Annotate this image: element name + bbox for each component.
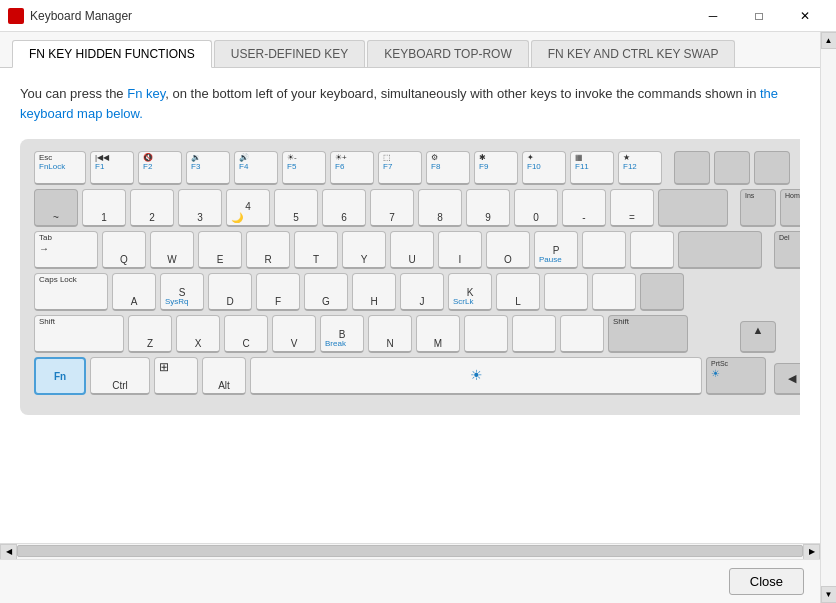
key-l: L <box>496 273 540 311</box>
key-4: 4 🌙 <box>226 189 270 227</box>
keyboard-wrapper: Esc FnLock |◀◀ F1 🔇 F2 🔉 <box>20 139 800 415</box>
title-bar-title: Keyboard Manager <box>30 9 690 23</box>
key-d: D <box>208 273 252 311</box>
key-f4: 🔊 F4 <box>234 151 278 185</box>
key-pause-top <box>754 151 790 185</box>
key-a: A <box>112 273 156 311</box>
key-1: 1 <box>82 189 126 227</box>
key-6: 6 <box>322 189 366 227</box>
key-shift-left: Shift <box>34 315 124 353</box>
key-alt: Alt <box>202 357 246 395</box>
title-bar: Keyboard Manager ─ □ ✕ <box>0 0 836 32</box>
key-f1: |◀◀ F1 <box>90 151 134 185</box>
key-w: W <box>150 231 194 269</box>
maximize-button[interactable]: □ <box>736 0 782 32</box>
bottom-row: Fn Ctrl ⊞ Alt ☀ PrtSc ☀ <box>34 357 800 395</box>
key-prtsc-fn: PrtSc ☀ <box>706 357 766 395</box>
key-f: F <box>256 273 300 311</box>
key-shift-right: Shift <box>608 315 688 353</box>
key-e: E <box>198 231 242 269</box>
scroll-track-v <box>821 49 836 586</box>
key-f11: ▦ F11 <box>570 151 614 185</box>
content-area: FN KEY HIDDEN FUNCTIONS USER-DEFINED KEY… <box>0 32 820 603</box>
vertical-scrollbar[interactable]: ▲ ▼ <box>820 32 836 603</box>
keyboard-map: Esc FnLock |◀◀ F1 🔇 F2 🔉 <box>20 139 800 415</box>
tab-user-defined[interactable]: USER-DEFINED KEY <box>214 40 365 67</box>
key-b: B Break <box>320 315 364 353</box>
scroll-left-button[interactable]: ◀ <box>0 544 17 560</box>
key-tab: Tab → <box>34 231 98 269</box>
scroll-right-button[interactable]: ▶ <box>803 544 820 560</box>
key-f9: ✱ F9 <box>474 151 518 185</box>
horizontal-scrollbar[interactable]: ◀ ▶ <box>0 543 820 559</box>
number-row: ~ 1 2 3 4 🌙 5 6 7 8 9 0 - <box>34 189 800 227</box>
key-ctrl-left: Ctrl <box>90 357 150 395</box>
scroll-track-h[interactable] <box>17 544 803 559</box>
main-area: FN KEY HIDDEN FUNCTIONS USER-DEFINED KEY… <box>0 32 836 603</box>
key-0: 0 <box>514 189 558 227</box>
tab-fn-hidden[interactable]: FN KEY HIDDEN FUNCTIONS <box>12 40 212 68</box>
key-enter <box>678 231 762 269</box>
key-f10: ✦ F10 <box>522 151 566 185</box>
key-i: I <box>438 231 482 269</box>
description-text: You can press the Fn key, on the bottom … <box>20 84 800 123</box>
key-comma <box>464 315 508 353</box>
key-period <box>512 315 556 353</box>
key-c: C <box>224 315 268 353</box>
key-u: U <box>390 231 434 269</box>
key-minus: - <box>562 189 606 227</box>
key-esc: Esc FnLock <box>34 151 86 185</box>
key-2: 2 <box>130 189 174 227</box>
key-n: N <box>368 315 412 353</box>
key-f3: 🔉 F3 <box>186 151 230 185</box>
key-ins: Ins <box>740 189 776 227</box>
close-window-button[interactable]: ✕ <box>782 0 828 32</box>
key-p: P Pause <box>534 231 578 269</box>
tab-fn-ctrl-swap[interactable]: FN KEY AND CTRL KEY SWAP <box>531 40 736 67</box>
app-icon <box>8 8 24 24</box>
key-backspace <box>658 189 728 227</box>
key-del: Del <box>774 231 800 269</box>
footer: Close <box>0 559 820 603</box>
key-f5: ☀- F5 <box>282 151 326 185</box>
asdf-row: Caps Lock A S SysRq D F G H J K <box>34 273 800 311</box>
window-controls: ─ □ ✕ <box>690 0 828 32</box>
key-9: 9 <box>466 189 510 227</box>
key-prtsc-top <box>674 151 710 185</box>
key-lbracket <box>582 231 626 269</box>
key-equal: = <box>610 189 654 227</box>
zxcv-row: Shift Z X C V B Break N M <box>34 315 800 353</box>
key-f6: ☀+ F6 <box>330 151 374 185</box>
key-arrow-up: ▲ <box>740 321 776 353</box>
key-5: 5 <box>274 189 318 227</box>
key-t: T <box>294 231 338 269</box>
key-scrlk-top <box>714 151 750 185</box>
scroll-thumb-h[interactable] <box>17 545 803 557</box>
minimize-button[interactable]: ─ <box>690 0 736 32</box>
key-y: Y <box>342 231 386 269</box>
close-button[interactable]: Close <box>729 568 804 595</box>
key-x: X <box>176 315 220 353</box>
scroll-down-button[interactable]: ▼ <box>821 586 837 603</box>
key-backslash <box>640 273 684 311</box>
tab-keyboard-top[interactable]: KEYBOARD TOP-ROW <box>367 40 529 67</box>
key-semicolon <box>544 273 588 311</box>
scroll-up-button[interactable]: ▲ <box>821 32 837 49</box>
key-v: V <box>272 315 316 353</box>
key-g: G <box>304 273 348 311</box>
key-h: H <box>352 273 396 311</box>
key-q: Q <box>102 231 146 269</box>
key-win: ⊞ <box>154 357 198 395</box>
key-fn: Fn <box>34 357 86 395</box>
key-7: 7 <box>370 189 414 227</box>
key-b-break-label: Break <box>325 340 346 349</box>
key-k: K ScrLk <box>448 273 492 311</box>
key-r: R <box>246 231 290 269</box>
key-arrow-left: ◀ <box>774 363 800 395</box>
key-f12: ★ F12 <box>618 151 662 185</box>
key-s: S SysRq <box>160 273 204 311</box>
key-f7: ⬚ F7 <box>378 151 422 185</box>
key-slash <box>560 315 604 353</box>
key-z: Z <box>128 315 172 353</box>
key-quote <box>592 273 636 311</box>
